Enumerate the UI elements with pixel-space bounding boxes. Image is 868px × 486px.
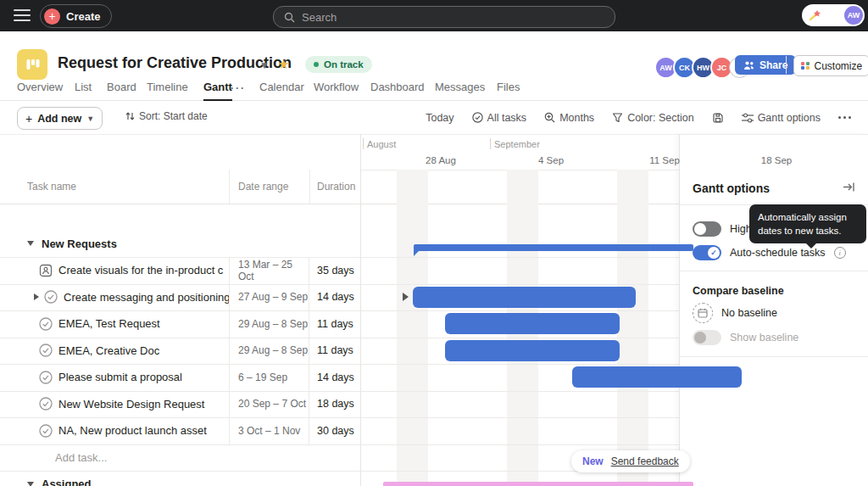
search-input[interactable]: Search	[273, 6, 615, 28]
task-duration: 14 days	[309, 284, 360, 311]
customize-button[interactable]: Customize	[793, 55, 868, 76]
sidebar-toggle-icon[interactable]	[14, 9, 31, 21]
tab-overflow-icon[interactable]: ···	[231, 82, 246, 94]
section-name: New Requests	[42, 237, 117, 250]
task-name[interactable]: New Website Design Request	[58, 398, 204, 411]
customize-label: Customize	[815, 60, 863, 72]
save-button[interactable]	[712, 112, 724, 124]
month-tick	[490, 138, 491, 149]
gantt-bar[interactable]	[445, 340, 620, 361]
portrait-icon[interactable]	[39, 264, 53, 277]
task-name[interactable]: EMEA, Creative Doc	[58, 344, 159, 357]
toolbar-item-label: Gantt options	[758, 112, 821, 124]
tab-gantt[interactable]: Gantt	[203, 81, 232, 101]
task-date-range: 29 Aug – 8 Sep	[229, 338, 309, 365]
account-pill[interactable]: AW	[802, 4, 865, 26]
tab-messages[interactable]: Messages	[435, 81, 485, 99]
auto-schedule-toggle[interactable]: ✓	[693, 245, 721, 260]
info-icon[interactable]: i	[834, 247, 846, 259]
add-task-button[interactable]: Add task...	[55, 451, 107, 464]
dots-button[interactable]	[838, 116, 851, 119]
auto-schedule-toggle-row: ✓ Auto-schedule tasks i	[693, 245, 846, 260]
task-duration: 30 days	[309, 417, 360, 444]
check-circle-icon[interactable]	[39, 397, 53, 411]
table-header: Task name Date range Duration	[0, 170, 679, 204]
task-name-cell: EMEA, Creative Doc	[0, 338, 230, 365]
save-icon	[712, 112, 724, 124]
show-baseline-toggle[interactable]	[693, 330, 721, 345]
sort-control[interactable]: Sort: Start date	[125, 110, 208, 122]
tab-overview[interactable]: Overview	[17, 81, 63, 99]
expand-caret-icon[interactable]	[34, 293, 39, 300]
task-name[interactable]: Please submit a proposal	[58, 371, 182, 383]
check-circle-icon[interactable]	[39, 317, 53, 331]
toolbar-item-label: All tasks	[487, 112, 527, 124]
task-name[interactable]: Create visuals for the in-product c	[58, 264, 223, 277]
share-button[interactable]: Share	[735, 55, 796, 75]
toolbar-item-label: Months	[559, 112, 594, 124]
expand-caret-icon[interactable]	[403, 293, 409, 301]
task-duration: 35 days	[309, 257, 360, 284]
check-circle-icon[interactable]	[44, 290, 58, 304]
send-feedback-link[interactable]: Send feedback	[611, 455, 679, 467]
table-row[interactable]: Create visuals for the in-product c13 Ma…	[0, 257, 679, 285]
tab-dashboard[interactable]: Dashboard	[370, 81, 425, 99]
celebration-icon	[809, 8, 822, 22]
collapse-caret-icon[interactable]	[27, 482, 34, 486]
gantt-bar[interactable]	[445, 313, 620, 334]
table-row[interactable]: NA, New product launch asset3 Oct – 1 No…	[0, 417, 679, 445]
project-icon[interactable]	[17, 49, 47, 80]
gantt-bar[interactable]	[413, 287, 636, 308]
compare-baseline-heading: Compare baseline	[693, 285, 784, 297]
task-name-cell: EMEA, Test Request	[0, 310, 230, 338]
add-new-button[interactable]: + Add new ▼	[17, 107, 103, 130]
section-name: Assigned	[42, 478, 92, 486]
toolbar-right: TodayAll tasksMonthsColor: SectionGantt …	[426, 107, 851, 128]
toolbar-item-label: Today	[426, 112, 453, 124]
today-button[interactable]: Today	[426, 112, 453, 124]
highlight-toggle[interactable]	[693, 221, 721, 237]
tab-timeline[interactable]: Timeline	[147, 81, 188, 99]
search-placeholder: Search	[302, 11, 337, 24]
divider	[680, 356, 868, 357]
check-circle-icon[interactable]	[39, 371, 53, 384]
favorite-star-icon[interactable]: ★	[278, 57, 289, 72]
task-name[interactable]: Create messaging and positioning	[64, 291, 230, 304]
add-new-label: Add new	[37, 113, 81, 125]
zoom-icon	[544, 112, 555, 123]
show-baseline-label: Show baseline	[730, 332, 798, 344]
task-name[interactable]: NA, New product launch asset	[58, 424, 207, 437]
tab-workflow[interactable]: Workflow	[314, 81, 359, 99]
summary-bar-end	[414, 250, 420, 256]
months-button[interactable]: Months	[544, 112, 594, 124]
week-label: 18 Sep	[761, 155, 792, 165]
tab-files[interactable]: Files	[497, 81, 520, 99]
people-icon	[743, 60, 754, 70]
table-row[interactable]: New Website Design Request20 Sep – 7 Oct…	[0, 391, 679, 419]
color-section-button[interactable]: Color: Section	[612, 112, 694, 124]
tab-board[interactable]: Board	[107, 81, 136, 99]
all-tasks-button[interactable]: All tasks	[472, 112, 527, 124]
check-circle-icon[interactable]	[39, 424, 53, 438]
week-label: 4 Sep	[538, 155, 564, 165]
check-circle-icon[interactable]	[39, 344, 53, 357]
collapse-caret-icon[interactable]	[27, 241, 34, 246]
gantt-bar[interactable]	[572, 366, 742, 388]
create-button[interactable]: + Create	[40, 4, 112, 28]
status-badge[interactable]: On track	[305, 56, 372, 73]
tab-calendar[interactable]: Calendar	[259, 81, 304, 99]
task-name-cell: Please submit a proposal	[0, 364, 230, 391]
column-date-range: Date range	[238, 170, 288, 204]
chevron-down-icon[interactable]: ▼	[259, 59, 270, 71]
tab-list[interactable]: List	[75, 81, 92, 99]
user-avatar[interactable]: AW	[844, 6, 863, 25]
gantt-bar[interactable]	[383, 482, 693, 486]
task-name-cell: Create messaging and positioning	[0, 284, 230, 311]
sort-arrows-icon	[125, 111, 135, 121]
plus-icon: +	[25, 112, 32, 126]
gantt-bar[interactable]	[414, 244, 693, 251]
task-name[interactable]: EMEA, Test Request	[58, 317, 160, 330]
gantt-options-button[interactable]: Gantt options	[742, 112, 821, 124]
collapse-panel-icon[interactable]	[843, 182, 855, 193]
no-baseline-select[interactable]: No baseline	[693, 303, 777, 323]
